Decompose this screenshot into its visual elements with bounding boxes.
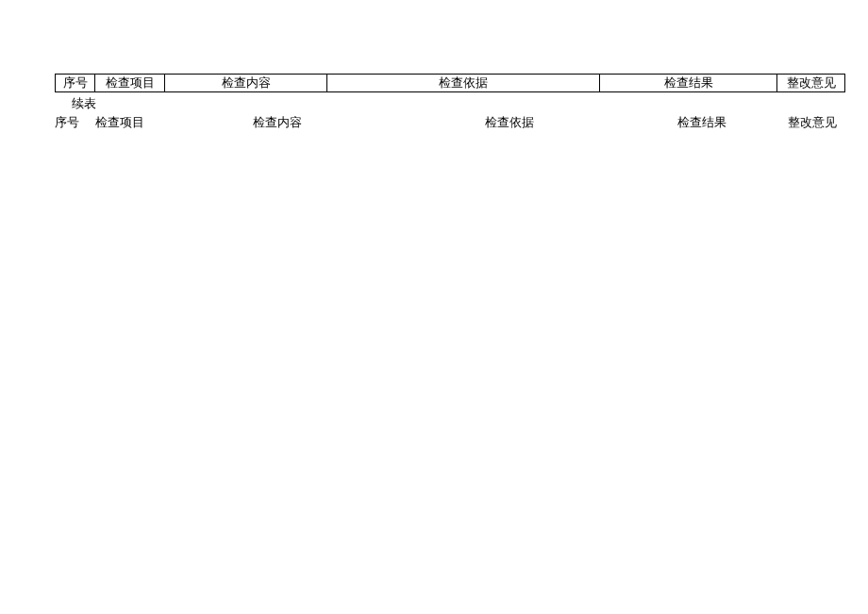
- inspection-table-2-headers: 序号 检查项目 检查内容 检查依据 检查结果 整改意见: [55, 115, 844, 130]
- header-opinion: 整改意见: [777, 75, 845, 92]
- header-seq: 序号: [56, 75, 95, 92]
- header2-content: 检查内容: [159, 115, 394, 130]
- continue-table-label: 续表: [55, 96, 844, 111]
- header2-seq: 序号: [55, 115, 80, 130]
- table-header-row: 序号 检查项目 检查内容 检查依据 检查结果 整改意见: [56, 75, 845, 92]
- document-content: 序号 检查项目 检查内容 检查依据 检查结果 整改意见 续表 序号 检查项目 检…: [0, 74, 868, 130]
- header2-basis: 检查依据: [394, 115, 625, 130]
- header2-opinion: 整改意见: [779, 115, 844, 130]
- header-content: 检查内容: [165, 75, 327, 92]
- header-item: 检查项目: [95, 75, 165, 92]
- header-basis: 检查依据: [327, 75, 600, 92]
- inspection-table-1: 序号 检查项目 检查内容 检查依据 检查结果 整改意见: [55, 74, 845, 92]
- header2-item: 检查项目: [80, 115, 159, 130]
- header2-result: 检查结果: [625, 115, 779, 130]
- header-result: 检查结果: [600, 75, 777, 92]
